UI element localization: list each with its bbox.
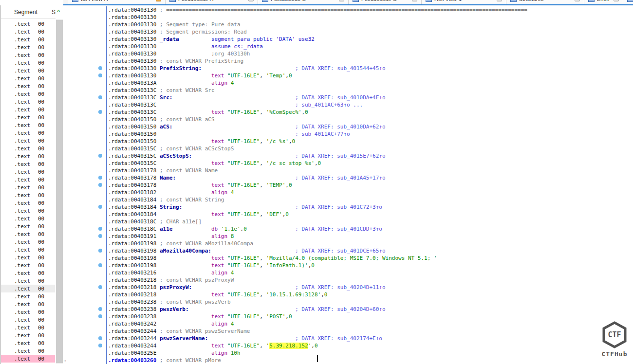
listing-line[interactable]: .rdata:00403130 ; ======================… <box>95 6 633 14</box>
tab-pseudocode-c[interactable]: Pseudocode-C <box>349 0 422 4</box>
segment-row[interactable]: .text00 <box>1 324 55 331</box>
tab-pin-icon[interactable] <box>412 0 417 1</box>
listing-line[interactable]: .rdata:00403244 ; const WCHAR pswzServer… <box>95 328 633 335</box>
listing-line[interactable]: .rdata:00403130 ; const WCHAR PrefixStri… <box>95 57 633 65</box>
segment-row[interactable]: .text00 <box>1 43 55 51</box>
segment-row[interactable]: .text00 <box>1 152 55 160</box>
listing-line[interactable]: .rdata:0040318C ; CHAR a11e[] <box>95 218 633 225</box>
segment-row[interactable]: .text00 <box>1 215 55 222</box>
segment-row[interactable]: .text00 <box>1 308 55 316</box>
segment-row[interactable]: .text00 <box>1 51 55 59</box>
listing-line[interactable]: .rdata:00403150 ; const WCHAR aCS <box>95 116 633 123</box>
listing-line[interactable]: .rdata:0040313C Src: ; DATA XREF: sub_40… <box>95 94 633 101</box>
segment-row[interactable]: .text00 <box>1 222 55 230</box>
listing-line[interactable]: .rdata:00403238 text "UTF-16LE", 'POST',… <box>95 313 633 320</box>
listing-line[interactable]: .rdata:0040315C aCScStopS: ; DATA XREF: … <box>95 152 633 160</box>
segment-row[interactable]: .text00 <box>1 98 55 106</box>
listing-line[interactable]: .rdata:00403178 ; const WCHAR Name <box>95 167 633 174</box>
segment-row[interactable]: .text00 <box>1 254 55 261</box>
listing-line[interactable]: .rdata:00403218 text "UTF-16LE", '10.15.… <box>95 291 633 298</box>
segment-row[interactable]: .text00 <box>1 168 55 176</box>
splitter-grip[interactable]: ∷ <box>64 359 71 363</box>
listing-line[interactable]: .rdata:00403238 pwszVerb: ; DATA XREF: s… <box>95 306 633 313</box>
listing-line[interactable]: .rdata:00403178 text "UTF-16LE", 'TEMP',… <box>95 182 633 189</box>
tab-pin-icon[interactable] <box>156 0 161 1</box>
listing-line[interactable]: .rdata:00403130 ; Segment type: Pure dat… <box>95 21 633 28</box>
listing-line[interactable]: .rdata:00403178 Name: ; DATA XREF: sub_4… <box>95 174 633 182</box>
listing-line[interactable]: .rdata:00403182 align 4 <box>95 189 633 196</box>
segment-row[interactable]: .text00 <box>1 176 55 183</box>
segment-row[interactable]: .text00 <box>1 285 55 292</box>
segment-row[interactable]: .text00 <box>1 246 55 254</box>
segment-row[interactable]: .text00 <box>1 137 55 145</box>
segment-row[interactable]: .text00 <box>1 238 55 246</box>
listing-line[interactable]: .rdata:00403198 aMozilla40Compa: ; DATA … <box>95 247 633 255</box>
segment-row[interactable]: .text00 <box>1 339 55 347</box>
segment-row[interactable]: .text00 <box>1 269 55 277</box>
tab-enums[interactable]: Enums <box>584 0 623 4</box>
segment-row[interactable]: .text00 <box>1 191 55 199</box>
tab-hex-view-1[interactable]: Hex View-1 <box>422 0 506 4</box>
listing-line[interactable]: .rdata:00403216 align 4 <box>95 269 633 276</box>
tab-extra[interactable] <box>623 0 633 4</box>
listing-line[interactable]: .rdata:0040313A align 4 <box>95 79 633 87</box>
tab-pin-icon[interactable] <box>614 0 619 1</box>
segment-row[interactable]: .text00 <box>1 106 55 113</box>
listing-line[interactable]: .rdata:00403130 _rdata segment para publ… <box>95 36 633 43</box>
listing-line[interactable]: .rdata:00403244 pswzServerName: ; DATA X… <box>95 335 633 342</box>
tab-ida-view-a[interactable]: IDA View-A <box>68 0 166 4</box>
column-header-start[interactable]: S <box>52 9 56 16</box>
listing-line[interactable]: .rdata:00403150 text "UTF-16LE", '/c %s'… <box>95 138 633 145</box>
listing-line[interactable]: .rdata:00403150 aCS: ; DATA XREF: sub_40… <box>95 123 633 130</box>
listing-line[interactable]: .rdata:0040313C text "UTF-16LE", '%ComSp… <box>95 109 633 116</box>
segment-row[interactable]: .text00 <box>1 292 55 300</box>
listing-line[interactable]: .rdata:0040315C ; const WCHAR aCScStopS <box>95 145 633 152</box>
listing-line[interactable]: .rdata:00403242 align 4 <box>95 320 633 328</box>
segment-row[interactable]: .text00 <box>1 113 55 121</box>
segment-row[interactable]: .text00 <box>1 90 55 98</box>
listing-line[interactable]: .rdata:00403130 PrefixString: ; DATA XRE… <box>95 65 633 72</box>
listing-line[interactable]: .rdata:00403130 ; Segment permissions: R… <box>95 28 633 36</box>
tab-structures[interactable]: Structures <box>506 0 584 4</box>
tab-pin-icon[interactable] <box>497 0 502 1</box>
listing-line[interactable]: .rdata:0040325E align 10h <box>95 349 633 357</box>
listing-line[interactable]: .rdata:00403130 text "UTF-16LE", 'Temp',… <box>95 72 633 79</box>
segment-row[interactable]: .text00 <box>1 261 55 269</box>
listing-line[interactable]: .rdata:00403184 ; const WCHAR String <box>95 196 633 203</box>
tab-pseudocode-a[interactable]: Pseudocode-A <box>166 0 258 4</box>
listing-line[interactable]: .rdata:00403130 ;org 403130h <box>95 50 633 57</box>
tab-pin-icon[interactable] <box>248 0 254 1</box>
segment-row[interactable]: .text00 <box>1 28 55 36</box>
listing-line[interactable]: .rdata:00403244 text "UTF-16LE", '5.39.2… <box>95 342 633 349</box>
segment-row[interactable]: .text00 <box>1 67 55 74</box>
segment-row[interactable]: .text00 <box>1 199 55 207</box>
listing-line[interactable]: .rdata:00403218 ; const WCHAR pszProxyW <box>95 276 633 284</box>
segments-scrollbar[interactable] <box>56 19 63 364</box>
listing-line[interactable]: .rdata:00403260 ; const WCHAR pMore <box>95 357 633 364</box>
scrollbar-thumb[interactable] <box>56 20 63 363</box>
listing-line[interactable]: .rdata:00403130 assume cs:_rdata <box>95 43 633 50</box>
listing-line[interactable]: .rdata:00403218 pszProxyW: ; DATA XREF: … <box>95 284 633 291</box>
segment-row[interactable]: .text00 <box>1 207 55 215</box>
segment-row[interactable]: .text00 <box>1 145 55 152</box>
segment-row[interactable]: .text00 <box>1 355 55 363</box>
listing-line[interactable]: .rdata:00403184 String: ; DATA XREF: sub… <box>95 203 633 211</box>
listing-line[interactable]: .rdata:0040315C text "UTF-16LE", '/c sc … <box>95 160 633 167</box>
segment-row[interactable]: .text00 <box>1 129 55 137</box>
segment-row[interactable]: .text00 <box>1 160 55 168</box>
listing-line[interactable]: .rdata:00403130 <box>95 14 633 21</box>
listing-line[interactable]: .rdata:00403150 ; sub_4011AC+77↑o <box>95 130 633 138</box>
listing-line[interactable]: .rdata:00403191 align 8 <box>95 233 633 240</box>
listing-line[interactable]: .rdata:0040313C ; const WCHAR Src <box>95 87 633 94</box>
segments-header[interactable]: Segment S ^ <box>1 7 56 19</box>
column-header-segment[interactable]: Segment <box>14 9 37 16</box>
listing-line[interactable]: .rdata:00403184 text "UTF-16LE", 'DEF',0 <box>95 211 633 218</box>
segment-row[interactable]: .text00 <box>1 121 55 129</box>
segment-row[interactable]: .text00 <box>1 347 55 355</box>
listing-line[interactable]: .rdata:00403198 text "UTF-16LE", 'Mozill… <box>95 255 633 262</box>
segment-row[interactable]: .text00 <box>1 183 55 191</box>
segment-row[interactable]: .text00 <box>1 277 55 285</box>
segment-row[interactable]: .text00 <box>1 230 55 238</box>
tab-pin-icon[interactable] <box>339 0 344 1</box>
listing-line[interactable]: .rdata:0040313C ; sub_4011AC+63↑o ... <box>95 101 633 109</box>
